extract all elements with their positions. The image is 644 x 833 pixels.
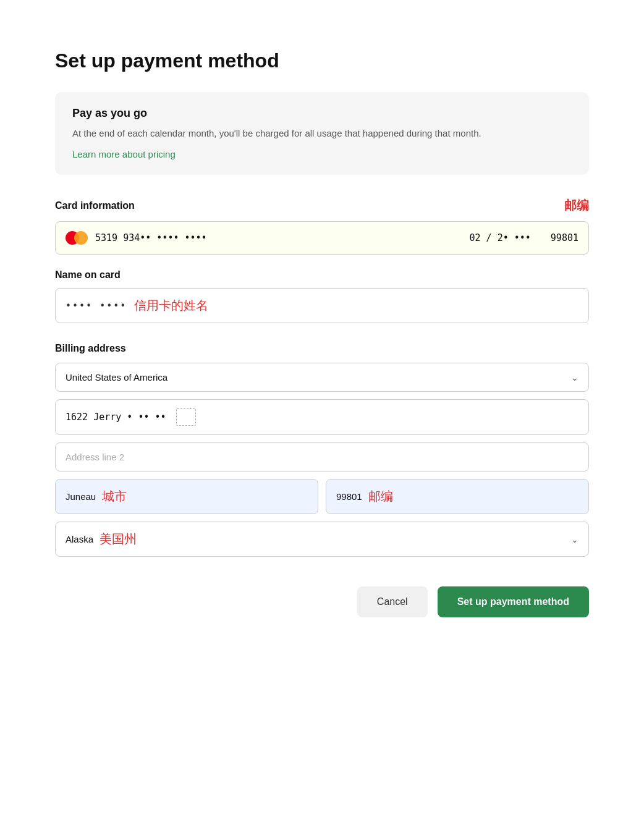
zip-cn-label: 邮编 <box>368 488 393 505</box>
state-cn-label: 美国州 <box>100 531 137 548</box>
country-select[interactable]: United States of America ⌄ <box>55 363 589 392</box>
billing-section-label: Billing address <box>55 343 589 354</box>
footer-row: Cancel Set up payment method <box>55 586 589 617</box>
state-chevron-icon: ⌄ <box>571 535 578 544</box>
learn-more-link[interactable]: Learn more about pricing <box>72 149 176 159</box>
dotted-box <box>176 408 196 426</box>
city-value: Juneau <box>66 491 96 502</box>
name-cn-label: 信用卡的姓名 <box>134 297 208 314</box>
card-section-header: Card information 邮编 <box>55 197 589 214</box>
chevron-down-icon: ⌄ <box>571 373 578 383</box>
address-line1-input[interactable]: 1622 Jerry • •• •• <box>55 399 589 435</box>
cancel-button[interactable]: Cancel <box>357 586 428 617</box>
state-row-left: Alaska 美国州 <box>66 531 137 548</box>
city-input[interactable]: Juneau 城市 <box>55 479 318 514</box>
state-select[interactable]: Alaska 美国州 ⌄ <box>55 522 589 557</box>
name-input-row[interactable]: •••• •••• 信用卡的姓名 <box>55 288 589 323</box>
info-box-title: Pay as you go <box>72 107 572 120</box>
submit-button[interactable]: Set up payment method <box>438 586 589 617</box>
card-section-label-cn: 邮编 <box>564 197 589 214</box>
address-line2-placeholder: Address line 2 <box>66 452 124 462</box>
city-cn-label: 城市 <box>102 488 127 505</box>
state-value: Alaska <box>66 534 93 544</box>
info-box: Pay as you go At the end of each calenda… <box>55 92 589 175</box>
country-value: United States of America <box>66 372 167 383</box>
info-box-description: At the end of each calendar month, you'l… <box>72 126 572 140</box>
city-zip-row: Juneau 城市 99801 邮编 <box>55 479 589 514</box>
card-section-label: Card information <box>55 200 135 211</box>
card-number: 5319 934•• •••• •••• <box>95 232 462 243</box>
name-section-label: Name on card <box>55 269 589 281</box>
card-zip: 99801 <box>551 232 578 243</box>
name-dots: •••• •••• <box>66 300 127 311</box>
card-input-row[interactable]: 5319 934•• •••• •••• 02 / 2• ••• 99801 <box>55 221 589 255</box>
mastercard-icon <box>66 230 88 245</box>
modal-container: Set up payment method Pay as you go At t… <box>25 25 619 647</box>
address-line2-input[interactable]: Address line 2 <box>55 442 589 471</box>
zip-input[interactable]: 99801 邮编 <box>326 479 589 514</box>
zip-value: 99801 <box>336 491 362 502</box>
page-title: Set up payment method <box>55 49 589 72</box>
address-line1-value: 1622 Jerry • •• •• <box>66 412 166 423</box>
card-expiry: 02 / 2• ••• <box>470 232 531 243</box>
mastercard-circle-right <box>74 231 88 245</box>
